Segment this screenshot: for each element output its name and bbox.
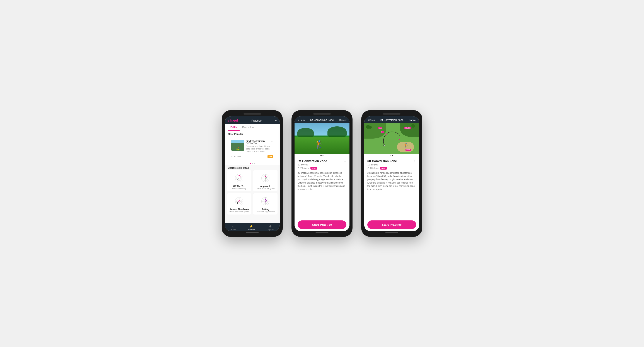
cancel-button-2[interactable]: Cancel bbox=[339, 119, 346, 121]
drill-image-3: Miss ROUGH Hit SAND 🏌️ bbox=[364, 123, 419, 154]
dot-2 bbox=[252, 163, 253, 164]
skill-sub-approach: Dial-in to hit the green bbox=[255, 187, 276, 190]
nav-capture[interactable]: ⊕ Capture bbox=[267, 225, 274, 231]
skill-name-ott: Off The Tee bbox=[229, 185, 250, 187]
cancel-button-3[interactable]: Cancel bbox=[409, 119, 416, 121]
category-badge: OTT bbox=[268, 155, 273, 158]
skill-around-green[interactable]: Around The Green Hone your short game bbox=[227, 193, 251, 214]
app-logo: clippd bbox=[228, 119, 238, 122]
drill-description-3: 20 shots are randomly generated at dista… bbox=[367, 171, 416, 191]
putting-icon bbox=[259, 195, 272, 207]
around-green-icon bbox=[232, 195, 246, 207]
tab-drills[interactable]: Drills bbox=[228, 124, 240, 131]
skill-areas-grid: Off The Tee Power accuracy bbox=[225, 170, 280, 216]
skill-sub-ott: Power accuracy bbox=[229, 187, 250, 190]
activities-icon: ⚡ bbox=[250, 225, 253, 228]
tab-bar: Drills Favourites bbox=[225, 124, 280, 131]
drill-header-title-2: 6ft Conversion Zone bbox=[310, 119, 334, 122]
main-content: Most Popular Find The Fairway Off The Te… bbox=[225, 131, 280, 223]
drill-title-2: 6ft Conversion Zone bbox=[298, 159, 327, 163]
category-badge-2: ARG bbox=[310, 167, 317, 170]
shot-count: ⏱ 10 shots bbox=[231, 156, 241, 158]
app-header: clippd Practice ≡ bbox=[225, 116, 280, 124]
home-bar-3 bbox=[385, 232, 398, 233]
off-tee-icon bbox=[232, 172, 246, 184]
drill-title-3: 6ft Conversion Zone bbox=[367, 159, 397, 163]
clock-icon-2: ⏱ bbox=[298, 167, 300, 169]
svg-point-42 bbox=[399, 139, 400, 140]
drill-header-title-3: 6ft Conversion Zone bbox=[380, 119, 404, 122]
drill-meta-3: ⏱ 20 shots ARG bbox=[367, 167, 416, 170]
image-dots-3 bbox=[364, 154, 419, 157]
nav-activities-label: Activities bbox=[248, 228, 255, 231]
shots-label-2: ⏱ 20 shots bbox=[298, 167, 309, 169]
skill-name-approach: Approach bbox=[255, 185, 276, 187]
start-practice-button-2[interactable]: Start Practice bbox=[298, 220, 346, 229]
shots-label-3: ⏱ 20 shots bbox=[367, 167, 378, 169]
dot3-1 bbox=[390, 155, 391, 156]
drill-header-2: < Back 6ft Conversion Zone Cancel bbox=[294, 116, 350, 123]
skill-approach[interactable]: Approach Dial-in to hit the green bbox=[253, 170, 278, 191]
screen-2: < Back 6ft Conversion Zone Cancel 🏌️ bbox=[294, 116, 350, 231]
card-thumbnail bbox=[231, 140, 244, 151]
dot2-1 bbox=[320, 155, 322, 156]
approach-icon bbox=[259, 172, 272, 184]
header-title: Practice bbox=[251, 119, 262, 122]
favourite-icon-2[interactable]: ☆ bbox=[344, 159, 346, 163]
drill-description-2: 20 shots are randomly generated at dista… bbox=[298, 171, 346, 191]
card-subtitle: Off The Tee bbox=[246, 142, 273, 145]
dot3-2 bbox=[392, 155, 393, 156]
card-title: Find The Fairway bbox=[246, 140, 273, 142]
drill-content-3: 6ft Conversion Zone 10-50 yds ☆ ⏱ 20 sho… bbox=[364, 157, 419, 219]
dot-3 bbox=[254, 163, 255, 164]
svg-point-40 bbox=[384, 144, 385, 146]
clock-icon: ⏱ bbox=[231, 156, 233, 158]
card-footer: ⏱ 10 shots OTT bbox=[231, 154, 273, 158]
favourite-icon-3[interactable]: ☆ bbox=[413, 159, 416, 163]
home-icon: ⌂ bbox=[232, 225, 234, 228]
phone-1: clippd Practice ≡ Drills Favourites Most… bbox=[222, 110, 283, 237]
dot2-2 bbox=[322, 155, 324, 156]
drill-footer-3: Start Practice bbox=[364, 219, 419, 231]
most-popular-label: Most Popular bbox=[225, 131, 280, 136]
card-description: Create an imaginary fairway using trees … bbox=[246, 145, 273, 153]
back-button-3[interactable]: < Back bbox=[367, 119, 375, 121]
notch-2 bbox=[313, 113, 331, 115]
card-text-block: Find The Fairway Off The Tee Create an i… bbox=[246, 140, 273, 153]
featured-card[interactable]: Find The Fairway Off The Tee Create an i… bbox=[229, 138, 275, 160]
svg-point-41 bbox=[386, 134, 387, 135]
menu-icon[interactable]: ≡ bbox=[275, 119, 277, 122]
favourite-icon[interactable]: ☆ bbox=[271, 140, 273, 143]
skill-sub-atg: Hone your short game bbox=[229, 211, 250, 213]
capture-icon: ⊕ bbox=[269, 225, 272, 228]
skill-name-putting: Putting bbox=[255, 208, 276, 211]
start-practice-button-3[interactable]: Start Practice bbox=[367, 220, 416, 229]
phone-2: < Back 6ft Conversion Zone Cancel 🏌️ bbox=[292, 110, 352, 237]
nav-home-label: Home bbox=[231, 228, 236, 231]
nav-activities[interactable]: ⚡ Activities bbox=[248, 225, 255, 231]
home-bar-1 bbox=[246, 232, 259, 233]
screen-1: clippd Practice ≡ Drills Favourites Most… bbox=[225, 116, 280, 231]
drill-range-2: 10-50 yds bbox=[298, 163, 327, 166]
screen-3: < Back 6ft Conversion Zone Cancel Miss R… bbox=[364, 116, 419, 231]
drill-meta-2: ⏱ 20 shots ARG bbox=[298, 167, 346, 170]
drill-image-2: 🏌️ bbox=[294, 123, 350, 154]
nav-home[interactable]: ⌂ Home bbox=[231, 225, 236, 231]
tab-favourites[interactable]: Favourites bbox=[240, 124, 257, 131]
dot-1 bbox=[250, 163, 251, 164]
nav-capture-label: Capture bbox=[267, 228, 274, 231]
home-bar-2 bbox=[316, 232, 328, 233]
category-badge-3: ARG bbox=[380, 167, 387, 170]
skill-off-the-tee[interactable]: Off The Tee Power accuracy bbox=[227, 170, 251, 191]
notch-1 bbox=[244, 113, 261, 115]
skill-sub-putting: Make and lag practice bbox=[255, 211, 276, 213]
skill-name-atg: Around The Green bbox=[229, 208, 250, 211]
notch-3 bbox=[383, 113, 400, 115]
back-button-2[interactable]: < Back bbox=[298, 119, 305, 121]
drill-range-3: 10-50 yds bbox=[367, 163, 397, 166]
phone-3: < Back 6ft Conversion Zone Cancel Miss R… bbox=[361, 110, 422, 237]
drill-content-2: 6ft Conversion Zone 10-50 yds ☆ ⏱ 20 sho… bbox=[294, 157, 350, 219]
skill-putting[interactable]: Putting Make and lag practice bbox=[253, 193, 278, 214]
carousel-dots bbox=[225, 162, 280, 165]
drill-footer-2: Start Practice bbox=[294, 219, 350, 231]
